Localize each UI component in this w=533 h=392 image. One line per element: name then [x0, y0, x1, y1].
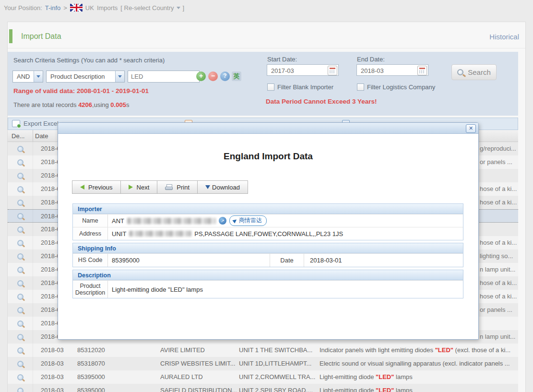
date-cell: 2018-03: [33, 357, 72, 370]
t-info-link[interactable]: T-info: [45, 4, 61, 12]
historical-link[interactable]: Historical: [489, 33, 519, 41]
arrow-left-icon: [80, 185, 84, 190]
view-detail-icon[interactable]: [8, 263, 33, 276]
magnifier-icon: [17, 388, 24, 392]
view-detail-icon[interactable]: [8, 317, 33, 330]
chevron-down-icon: [177, 7, 180, 9]
view-detail-icon[interactable]: [8, 276, 33, 290]
detail-modal: ✕ England Import Data Previous Next Prin…: [58, 122, 479, 340]
download-button[interactable]: Download: [197, 180, 248, 194]
view-detail-icon[interactable]: [8, 370, 33, 384]
view-detail-icon[interactable]: [8, 169, 33, 182]
chevron-down-icon[interactable]: [34, 71, 43, 82]
start-date-input[interactable]: [270, 65, 329, 76]
magnifier-icon: [17, 307, 24, 313]
previous-button[interactable]: Previous: [72, 180, 121, 194]
language-toggle-button[interactable]: 英: [232, 71, 241, 81]
address-cell: UNIT 1D,LITTLEHAMPT...: [237, 357, 317, 370]
magnifier-icon: [17, 294, 24, 300]
reselect-country-control[interactable]: [ Re-select Country ]: [120, 4, 184, 12]
export-excel-button[interactable]: Export Excel: [12, 120, 59, 127]
excel-icon: [12, 120, 20, 127]
radar-icon: [232, 218, 237, 223]
date-cell: 2018-03: [33, 384, 72, 392]
table-row[interactable]: 2018-03 85395000 SAFIELD DISTRIBUTION...…: [8, 384, 518, 392]
view-detail-icon[interactable]: [8, 290, 33, 303]
filter-blank-checkbox[interactable]: [267, 83, 274, 91]
print-button[interactable]: Print: [157, 180, 198, 194]
view-detail-icon[interactable]: [8, 249, 33, 263]
magnifier-icon: [17, 186, 24, 192]
magnifier-icon: [17, 347, 24, 354]
description-text: Indicator panels with light emitting dio…: [320, 346, 435, 354]
filter-blank-label: Filter Blank Importer: [277, 83, 333, 91]
column-header-detail[interactable]: De...: [8, 130, 33, 142]
remove-criteria-button[interactable]: −: [208, 71, 218, 81]
magnifier-icon: [17, 280, 24, 286]
date-cell: 2018-03: [33, 344, 72, 357]
description-header: Description: [73, 270, 463, 280]
description-section: Description Product Description Light-em…: [72, 270, 463, 298]
end-date-input[interactable]: [360, 65, 418, 76]
operator-select[interactable]: AND: [12, 71, 43, 83]
address-visible-prefix: UNIT: [112, 230, 126, 238]
name-label: Name: [73, 214, 108, 227]
help-button[interactable]: ?: [220, 71, 230, 81]
modal-titlebar: ✕: [58, 123, 478, 134]
view-detail-icon[interactable]: [8, 357, 33, 370]
business-radar-button[interactable]: 商情雷达: [229, 215, 267, 226]
magnifier-icon: [17, 146, 24, 152]
search-button[interactable]: Search: [451, 64, 497, 80]
magnifier-icon: [17, 361, 24, 367]
magnifier-icon: [17, 226, 24, 233]
close-icon[interactable]: ✕: [466, 124, 476, 133]
next-label: Next: [137, 184, 150, 191]
view-detail-icon[interactable]: [8, 236, 33, 249]
field-select[interactable]: Product Description: [46, 71, 125, 83]
breadcrumb-separator: >: [63, 4, 67, 12]
view-detail-icon[interactable]: [8, 196, 33, 209]
view-detail-icon[interactable]: [8, 384, 33, 392]
table-row[interactable]: 2018-03 85318070 CRISP WEBSITES LIMIT...…: [8, 357, 518, 370]
date-cell: 2018-03: [33, 370, 72, 384]
calendar-icon[interactable]: [328, 66, 337, 75]
previous-label: Previous: [88, 184, 113, 191]
led-highlight: "LED": [376, 373, 394, 380]
view-detail-icon[interactable]: [8, 330, 33, 344]
records-suffix: s: [126, 101, 130, 108]
search-icon: [457, 69, 463, 75]
product-description-label: Product Description: [73, 281, 108, 298]
view-detail-icon[interactable]: [8, 182, 33, 196]
keyword-input[interactable]: [128, 71, 200, 83]
chevron-down-icon[interactable]: [115, 71, 124, 82]
magnifier-icon: [17, 374, 24, 380]
view-detail-icon[interactable]: [8, 223, 33, 236]
filter-logistics-checkbox[interactable]: [357, 83, 364, 91]
view-detail-icon[interactable]: [8, 210, 33, 222]
end-date-field: [356, 64, 428, 76]
description-fragment: hose of a ki...: [480, 236, 517, 249]
magnifier-icon: [17, 200, 24, 206]
breadcrumb-prefix: Your Position:: [4, 4, 42, 12]
hs-code-cell: 85395000: [72, 370, 156, 384]
view-detail-icon[interactable]: [8, 142, 33, 155]
table-row[interactable]: 2018-03 85395000 AURALED LTD UNIT 2,CROM…: [8, 370, 518, 384]
trend-icon[interactable]: ↗: [219, 217, 226, 225]
redacted-name: [127, 218, 216, 224]
view-detail-icon[interactable]: [8, 344, 33, 357]
description-fragment: or panels ...: [480, 155, 512, 169]
view-detail-icon[interactable]: [8, 303, 33, 317]
description-cell: Light-emitting diode "LED" lamps: [317, 384, 518, 392]
magnifier-icon: [17, 267, 24, 273]
view-detail-icon[interactable]: [8, 155, 33, 169]
magnifier-icon: [17, 321, 24, 327]
add-criteria-button[interactable]: +: [196, 71, 206, 81]
importer-header: Importer: [73, 204, 463, 214]
page-title: Import Data: [21, 32, 61, 41]
next-button[interactable]: Next: [120, 180, 158, 194]
description-text: Light-emitting diode: [320, 387, 376, 392]
description-fragment: hose of a ki...: [480, 276, 517, 290]
records-prefix: There are total records: [13, 101, 78, 108]
table-row[interactable]: 2018-03 85312020 AVIRE LIMITED UNIT 1 TH…: [8, 344, 518, 357]
calendar-icon[interactable]: [417, 66, 427, 75]
